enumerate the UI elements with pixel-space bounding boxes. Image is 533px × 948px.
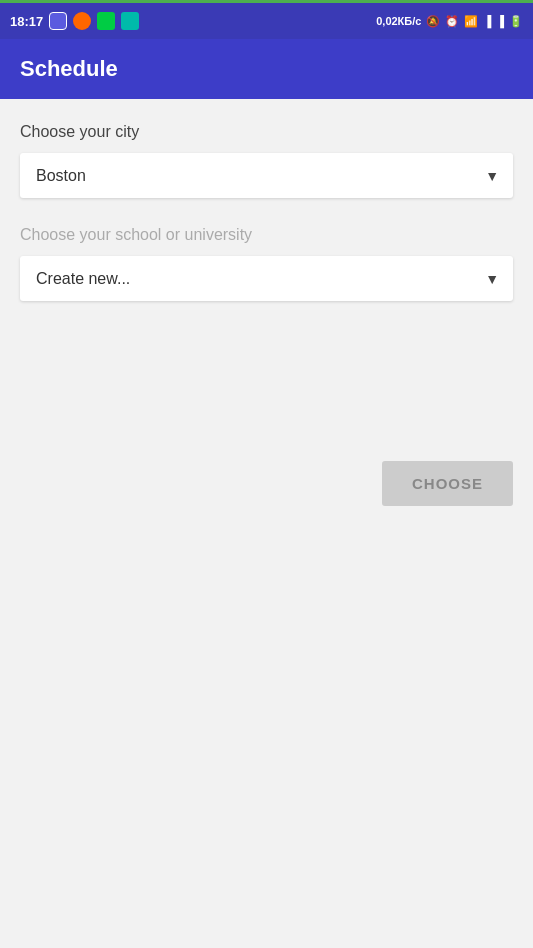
school-dropdown-wrapper: Create new... ▼ [20,256,513,301]
school-label: Choose your school or university [20,226,513,244]
battery-icon: 🔋 [509,15,523,28]
app-icon-2 [73,12,91,30]
mute-icon: 🔕 [426,15,440,28]
data-speed: 0,02КБ/с [376,15,421,27]
signal-icon: ▐ [483,15,491,27]
city-dropdown[interactable]: Boston Create new... [20,153,513,198]
app-icon-1 [49,12,67,30]
status-bar-left: 18:17 [10,12,139,30]
choose-button[interactable]: CHOOSE [382,461,513,506]
city-section: Choose your city Boston Create new... ▼ [20,123,513,198]
app-header: Schedule [0,39,533,99]
wifi-icon: 📶 [464,15,478,28]
school-section: Choose your school or university Create … [20,226,513,301]
school-dropdown[interactable]: Create new... [20,256,513,301]
city-dropdown-wrapper: Boston Create new... ▼ [20,153,513,198]
status-time: 18:17 [10,14,43,29]
alarm-icon: ⏰ [445,15,459,28]
signal2-icon: ▐ [496,15,504,27]
status-bar: 18:17 0,02КБ/с 🔕 ⏰ 📶 ▐ ▐ 🔋 [0,3,533,39]
city-label: Choose your city [20,123,513,141]
app-title: Schedule [20,56,118,82]
status-bar-right: 0,02КБ/с 🔕 ⏰ 📶 ▐ ▐ 🔋 [376,15,523,28]
app-icon-3 [97,12,115,30]
main-content: Choose your city Boston Create new... ▼ … [0,99,533,948]
app-icon-4 [121,12,139,30]
